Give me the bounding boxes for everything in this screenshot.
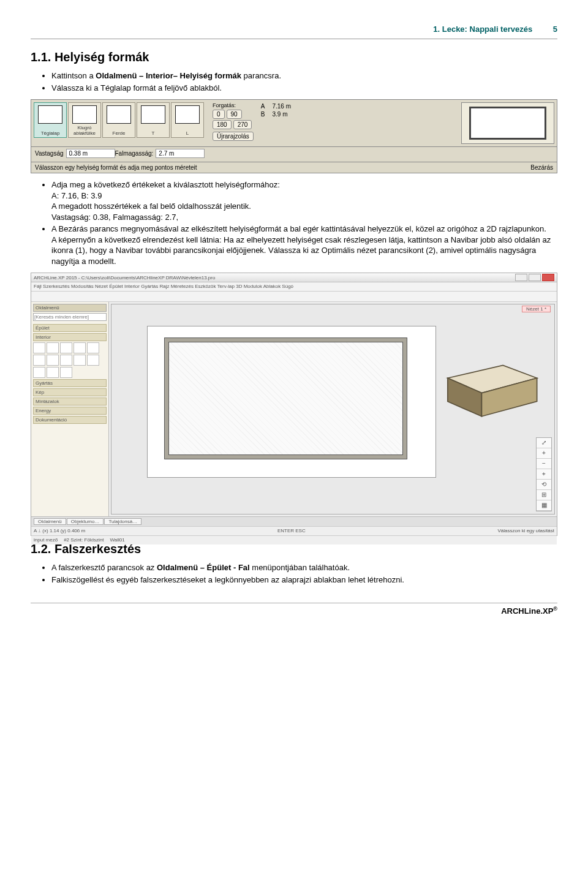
- wall-height-label: Falmagasság:: [115, 150, 154, 157]
- tool-icon[interactable]: [47, 367, 59, 378]
- bullet: Falkiszögellést és egyéb falszerkesztése…: [51, 575, 557, 586]
- section-heading-1: 1.1. Helyiség formák: [31, 50, 557, 64]
- floor-plan: [147, 326, 436, 478]
- section-title: Helyiség formák: [55, 50, 149, 64]
- window-titlebar: ARCHLine.XP 2015 - C:\Users\zoli\Documen…: [31, 273, 557, 282]
- bullet: Válassza ki a Téglalap formát a feljövő …: [51, 83, 557, 94]
- tool-icon[interactable]: [74, 342, 86, 353]
- rotate-270[interactable]: 270: [233, 120, 252, 129]
- rotate-180[interactable]: 180: [213, 120, 232, 129]
- shape-slant[interactable]: Ferde: [102, 102, 135, 138]
- thickness-label: Vastagság: [35, 150, 64, 157]
- shape-preview: [461, 102, 554, 144]
- tool-icon[interactable]: [33, 367, 45, 378]
- tool-icon[interactable]: [33, 355, 45, 366]
- zoom-out-icon[interactable]: −: [537, 459, 551, 469]
- sidebar-cat[interactable]: Dokumentáció: [33, 416, 107, 424]
- page-footer: ARCHLine.XP®: [31, 603, 557, 616]
- drawing-canvas[interactable]: Nézet 1 * ⤢ + − ⌖ ⟲ ⊞ ▦: [111, 304, 555, 514]
- bullet: Adja meg a következő értékeket a kiválas…: [51, 179, 557, 222]
- sidebar-cat[interactable]: Gyártás: [33, 379, 107, 387]
- tool-icon[interactable]: [87, 342, 99, 353]
- status-mid: ENTER ESC: [91, 527, 491, 535]
- minimize-button[interactable]: [515, 274, 527, 281]
- tiles-icon[interactable]: ▦: [537, 500, 551, 511]
- redraw-button[interactable]: Újrarajzolás: [213, 132, 254, 141]
- page-number: 5: [553, 24, 557, 34]
- search-input[interactable]: [33, 313, 107, 321]
- tool-icon[interactable]: [47, 342, 59, 353]
- navibar: ⤢ + − ⌖ ⟲ ⊞ ▦: [536, 437, 552, 511]
- room-3d-view: [439, 336, 546, 431]
- sidebar-cat[interactable]: Kép: [33, 388, 107, 396]
- rotate-icon[interactable]: ⟲: [537, 480, 551, 490]
- tool-icon[interactable]: [87, 355, 99, 366]
- lesson-title: 1. Lecke: Nappali tervezés: [433, 24, 532, 34]
- app-screenshot: ARCHLine.XP 2015 - C:\Users\zoli\Documen…: [31, 273, 557, 536]
- bullet-list-3: A falszerkesztő parancsok az Oldalmenü –…: [31, 562, 557, 585]
- rotate-90[interactable]: 90: [227, 110, 242, 119]
- sidebar-cat[interactable]: Épület: [33, 324, 107, 332]
- navibar-expand-icon[interactable]: ⤢: [537, 438, 551, 448]
- grid-icon[interactable]: ⊞: [537, 490, 551, 500]
- window-buttons: [515, 274, 554, 281]
- tab[interactable]: Oldalmenü: [34, 518, 66, 525]
- tool-icon[interactable]: [47, 355, 59, 366]
- shape-picker: Téglalap Kiugró ablakfülke Ferde T L: [34, 102, 204, 144]
- shape-l[interactable]: L: [171, 102, 204, 138]
- bullet: A Bezárás parancs megnyomásával az elkés…: [51, 224, 557, 266]
- status-hint: Válasszon ki egy utasítást: [498, 527, 555, 535]
- sidebar-cat[interactable]: Interior: [33, 333, 107, 341]
- bullet: Kattintson a Oldalmenü – Interior– Helyi…: [51, 70, 557, 81]
- sidebar-title: Oldalmenü: [33, 304, 107, 312]
- sidebar-cat[interactable]: Energy: [33, 407, 107, 415]
- tab[interactable]: Tulajdonsá…: [104, 518, 141, 525]
- maximize-button[interactable]: [529, 274, 541, 281]
- page-header: 1. Lecke: Nappali tervezés 5: [31, 24, 557, 34]
- window-close-button[interactable]: [542, 274, 554, 281]
- dialog-hint: Válasszon egy helyiség formát és adja me…: [35, 164, 197, 171]
- menu-path: Oldalmenü – Épület - Fal: [157, 563, 250, 572]
- wall-height-input[interactable]: [156, 149, 205, 158]
- window-title: ARCHLine.XP 2015 - C:\Users\zoli\Documen…: [34, 275, 215, 281]
- bullet-list-1: Kattintson a Oldalmenü – Interior– Helyi…: [31, 70, 557, 93]
- dimensions-table: A7.16 m B3.9 m: [257, 102, 295, 118]
- menu-path: Oldalmenü – Interior– Helyiség formák: [96, 71, 241, 80]
- fit-view-icon[interactable]: ⌖: [537, 469, 551, 480]
- sidebar-icons: [33, 342, 107, 378]
- sidebar-cat[interactable]: Mintázatok: [33, 398, 107, 405]
- dim-a-value[interactable]: 7.16 m: [268, 102, 295, 110]
- shape-rectangle[interactable]: Téglalap: [34, 102, 67, 138]
- tool-icon[interactable]: [33, 342, 45, 353]
- view-tab[interactable]: Nézet 1 *: [522, 306, 551, 312]
- brand-logo: ARCHLine.XP®: [501, 606, 557, 616]
- status-level: #2 Szint: Földszint: [64, 536, 104, 545]
- status-bar: A ⟂ (x) 1.14 (y) 0.406 m ENTER ESC Válas…: [31, 526, 557, 535]
- status-field: input mező: [34, 536, 58, 545]
- zoom-in-icon[interactable]: +: [537, 448, 551, 459]
- status-bar-2: input mező #2 Szint: Földszint Wall01: [31, 535, 557, 545]
- toolbar[interactable]: [31, 292, 557, 302]
- room-shape-dialog: Téglalap Kiugró ablakfülke Ferde T L For…: [31, 99, 557, 173]
- tool-icon[interactable]: [60, 342, 72, 353]
- rotation-group: Forgatás: 0 90 180 270 Újrarajzolás: [213, 102, 254, 141]
- tab[interactable]: Objektumo…: [67, 518, 104, 525]
- header-rule: [31, 39, 557, 39]
- coord-readout: A ⟂ (x) 1.14 (y) 0.406 m: [34, 527, 85, 535]
- status-layer: Wall01: [110, 536, 125, 545]
- sidebar: Oldalmenü Épület Interior Gyártás Kép Mi…: [31, 302, 109, 516]
- tool-icon[interactable]: [60, 355, 72, 366]
- tool-icon[interactable]: [60, 367, 72, 378]
- close-button[interactable]: Bezárás: [530, 164, 553, 171]
- section-num: 1.1.: [31, 50, 51, 64]
- thickness-input[interactable]: [66, 149, 115, 158]
- tool-icon[interactable]: [74, 355, 86, 366]
- bullet: A falszerkesztő parancsok az Oldalmenü –…: [51, 562, 557, 573]
- menubar[interactable]: Fájl Szerkesztés Módosítás Nézet Épület …: [31, 282, 557, 292]
- bottom-tabs: Oldalmenü Objektumo… Tulajdonsá…: [31, 516, 557, 526]
- rotate-0[interactable]: 0: [213, 110, 225, 119]
- dim-b-value[interactable]: 3.9 m: [268, 110, 295, 118]
- shape-t[interactable]: T: [137, 102, 170, 138]
- bullet-list-2: Adja meg a következő értékeket a kiválas…: [31, 179, 557, 266]
- shape-bay[interactable]: Kiugró ablakfülke: [68, 102, 101, 138]
